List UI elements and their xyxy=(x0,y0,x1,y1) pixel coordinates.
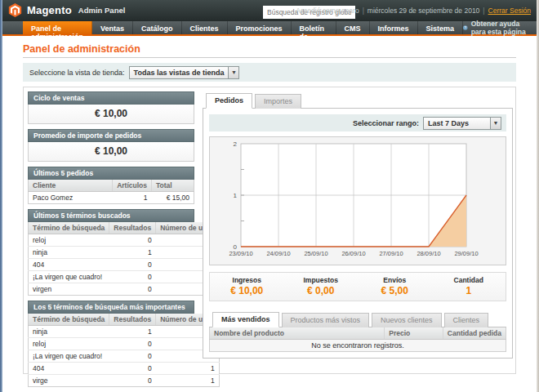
total-label: Ingresos xyxy=(210,276,284,284)
store-switcher-label: Seleccione la vista de tienda: xyxy=(29,69,125,77)
nav-item[interactable]: Clientes xyxy=(182,21,228,34)
logo-title: Magento xyxy=(27,4,72,16)
table-cell: 0 xyxy=(109,234,156,247)
tab[interactable]: Nuevos clientes xyxy=(372,313,442,327)
table-cell: Paco Gomez xyxy=(29,192,113,204)
table-cell: 1 xyxy=(109,326,156,338)
nav-item[interactable]: Boletín de noticias xyxy=(292,21,336,34)
help-label: Obtener ayuda para esta página xyxy=(471,20,529,36)
last-orders-widget: Últimos 5 pedidos ClienteArtículosTotalP… xyxy=(28,167,194,204)
table-row[interactable]: Paco Gomez1€ 15,00 xyxy=(29,192,194,204)
user-info: Accedió como aparo|miércoles 29 de septi… xyxy=(296,7,531,15)
tab[interactable]: Pedidos xyxy=(206,93,252,109)
table-cell: 0 xyxy=(109,259,156,271)
help-link[interactable]: ? Obtener ayuda para esta página xyxy=(463,21,529,34)
svg-text:27/09/10: 27/09/10 xyxy=(379,250,403,257)
empty-records-message: No se encontraron registros. xyxy=(210,340,506,352)
table-cell: 0 xyxy=(109,375,156,387)
nav-item[interactable]: Panel de administración xyxy=(23,21,92,34)
store-switcher-select[interactable]: Todas las vistas de tienda ▼ xyxy=(129,66,240,79)
widget-title: Los 5 términos de búsqueda más important… xyxy=(28,301,194,314)
total-value: € 10,00 xyxy=(210,285,284,296)
table-row[interactable]: ninja110 xyxy=(29,326,220,338)
last-search-terms-table: Término de búsquedaResultadosNúmero de u… xyxy=(28,222,194,296)
table-row[interactable]: 40401 xyxy=(29,363,220,375)
table-cell: ¡La virgen que cuadro! xyxy=(29,350,109,363)
table-cell: 1 xyxy=(109,247,156,259)
nav-item[interactable]: Ventas xyxy=(92,21,133,34)
total-label: Cantidad xyxy=(432,276,506,284)
tab[interactable]: Productos más vistos xyxy=(282,313,370,327)
tab[interactable]: Importes xyxy=(255,94,301,109)
range-bar: Seleccionar rango: Last 7 Days ▼ xyxy=(209,114,506,131)
lifetime-sales-widget: Ciclo de ventas € 10,00 xyxy=(28,91,194,124)
table-cell: ninja xyxy=(29,326,109,338)
nav-item[interactable]: Promociones xyxy=(228,21,292,34)
top-header: Magento Admin Panel Accedió como aparo|m… xyxy=(0,0,539,21)
table-row[interactable]: ninja110 xyxy=(29,247,220,259)
widget-title: Ciclo de ventas xyxy=(28,91,194,105)
svg-text:24/09/10: 24/09/10 xyxy=(266,250,290,257)
table-cell: virgen xyxy=(29,283,109,296)
column-header: Precio xyxy=(385,327,443,340)
table-row[interactable]: virge01 xyxy=(29,375,220,387)
chevron-down-icon: ▼ xyxy=(228,67,238,78)
last-search-terms-widget: Últimos 5 términos buscados Término de b… xyxy=(28,209,194,296)
nav-item[interactable]: Sistema xyxy=(418,21,464,34)
orders-chart-svg: 01223/09/1024/09/1025/09/1026/09/1027/09… xyxy=(210,137,506,265)
separator: | xyxy=(363,7,364,15)
range-value: Last 7 Days xyxy=(424,119,473,127)
nav-item[interactable]: CMS xyxy=(336,21,370,34)
table-row[interactable]: 40401 xyxy=(29,259,220,271)
table-cell: reloj xyxy=(29,338,109,350)
main-nav-items: Panel de administraciónVentasCatálogoCli… xyxy=(23,21,463,34)
product-grid-table: Nombre del productoPrecioCantidad pedida… xyxy=(209,327,506,352)
table-cell: 1 xyxy=(156,375,220,387)
table-cell: reloj xyxy=(29,234,109,247)
nav-item[interactable]: Catálogo xyxy=(133,21,182,34)
svg-text:28/09/10: 28/09/10 xyxy=(416,250,440,257)
title-divider xyxy=(23,57,516,58)
table-row[interactable]: reloj02 xyxy=(29,234,220,247)
range-select[interactable]: Last 7 Days ▼ xyxy=(423,117,501,130)
dashboard-left-column: Ciclo de ventas € 10,00 Promedio de impo… xyxy=(28,91,194,392)
total-cell: Ingresos€ 10,00 xyxy=(210,276,284,296)
table-row[interactable]: ¡La virgen que cuadro!02 xyxy=(29,350,220,363)
store-switcher-value: Todas las vistas de tienda xyxy=(130,69,229,77)
table-row[interactable]: ¡La virgen que cuadro!02 xyxy=(29,271,220,283)
svg-text:2: 2 xyxy=(234,140,238,148)
table-row[interactable]: reloj02 xyxy=(29,338,220,350)
average-orders-value: € 10,00 xyxy=(28,142,194,162)
table-cell: 0 xyxy=(109,271,156,283)
total-label: Impuestos xyxy=(284,276,359,284)
table-cell: 0 xyxy=(109,350,156,363)
table-row[interactable]: virgen01 xyxy=(29,283,220,296)
table-cell: 0 xyxy=(109,363,156,375)
total-value: 1 xyxy=(432,285,506,296)
magento-admin-window: Magento Admin Panel Accedió como aparo|m… xyxy=(0,0,539,392)
total-value: € 0,00 xyxy=(284,285,359,296)
table-cell: 0 xyxy=(109,283,156,296)
svg-text:25/09/10: 25/09/10 xyxy=(304,250,327,257)
svg-text:29/09/10: 29/09/10 xyxy=(454,250,478,257)
logo-subtitle: Admin Panel xyxy=(78,6,126,15)
dashboard-container: Ciclo de ventas € 10,00 Promedio de impo… xyxy=(23,87,516,374)
column-header: Cliente xyxy=(29,180,113,192)
tab[interactable]: Más vendidos xyxy=(212,312,279,327)
chevron-down-icon: ▼ xyxy=(490,118,501,129)
total-cell: Impuestos€ 0,00 xyxy=(284,276,359,296)
magento-logo-icon xyxy=(8,3,22,17)
svg-text:1: 1 xyxy=(234,192,238,199)
table-cell: ¡La virgen que cuadro! xyxy=(29,271,109,283)
magento-logo: Magento Admin Panel xyxy=(8,3,125,17)
nav-item[interactable]: Informes xyxy=(370,21,418,34)
logout-link[interactable]: Cerrar Sesión xyxy=(488,7,531,15)
tab[interactable]: Clientes xyxy=(444,313,489,327)
last-orders-table: ClienteArtículosTotalPaco Gomez1€ 15,00 xyxy=(28,180,194,204)
main-nav: Panel de administraciónVentasCatálogoCli… xyxy=(0,21,539,36)
widget-title: Últimos 5 términos buscados xyxy=(28,209,194,222)
diagram-tabs: PedidosImportes xyxy=(203,92,513,109)
column-header: Nombre del producto xyxy=(210,327,385,340)
table-cell: 0 xyxy=(109,338,156,350)
range-label: Seleccionar rango: xyxy=(353,119,419,127)
